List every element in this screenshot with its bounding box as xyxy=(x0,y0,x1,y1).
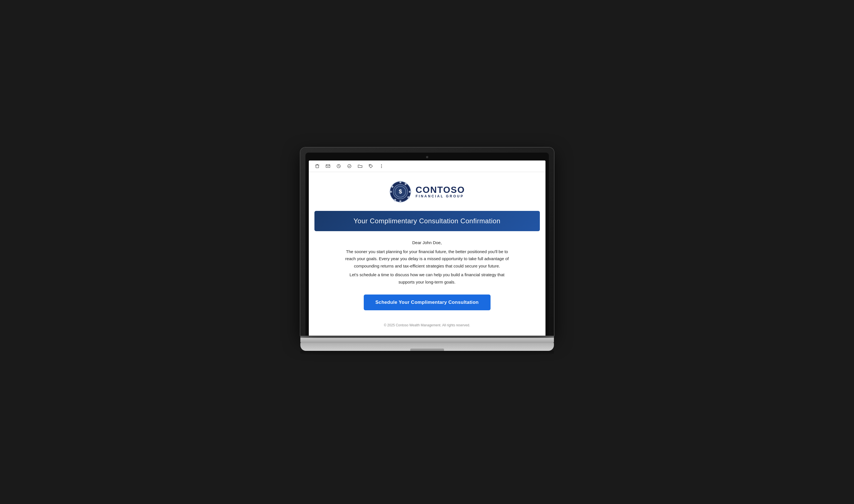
check-circle-icon[interactable] xyxy=(347,163,352,169)
email-toolbar xyxy=(309,161,545,172)
company-tagline: FINANCIAL GROUP xyxy=(416,194,464,198)
tag-icon[interactable] xyxy=(368,163,373,169)
laptop-shadow xyxy=(300,351,554,357)
svg-rect-14 xyxy=(400,200,401,202)
svg-rect-15 xyxy=(389,191,391,193)
laptop-bottom-notch xyxy=(410,348,444,351)
laptop-bottom xyxy=(300,343,554,351)
email-body: $ CONTOSO FINANCIAL GROUP Your Complimen… xyxy=(309,172,545,336)
company-name: CONTOSO xyxy=(416,185,465,194)
laptop-container: $ CONTOSO FINANCIAL GROUP Your Complimen… xyxy=(300,147,554,357)
more-icon[interactable] xyxy=(379,163,384,169)
laptop-screen-outer: $ CONTOSO FINANCIAL GROUP Your Complimen… xyxy=(300,147,554,336)
svg-rect-0 xyxy=(316,165,319,168)
clock-icon[interactable] xyxy=(336,163,342,169)
email-footer: © 2025 Contoso Wealth Management. All ri… xyxy=(314,323,540,327)
logo-text-area: CONTOSO FINANCIAL GROUP xyxy=(416,185,465,198)
logo-gear-icon: $ xyxy=(389,180,412,203)
camera-dot xyxy=(426,156,428,158)
svg-rect-16 xyxy=(409,191,411,193)
header-banner-text: Your Complimentary Consultation Confirma… xyxy=(354,217,500,225)
header-banner: Your Complimentary Consultation Confirma… xyxy=(314,211,540,231)
mail-icon[interactable] xyxy=(325,163,331,169)
logo-area: $ CONTOSO FINANCIAL GROUP xyxy=(314,180,540,203)
laptop-base xyxy=(300,338,554,343)
svg-rect-13 xyxy=(400,181,401,183)
svg-point-8 xyxy=(370,165,370,165)
body-paragraph1: The sooner you start planning for your f… xyxy=(343,248,512,270)
greeting: Dear John Doe, xyxy=(343,239,512,246)
svg-text:$: $ xyxy=(399,188,402,195)
footer-text: © 2025 Contoso Wealth Management. All ri… xyxy=(384,323,470,327)
laptop-screen: $ CONTOSO FINANCIAL GROUP Your Complimen… xyxy=(309,161,545,336)
schedule-consultation-button[interactable]: Schedule Your Complimentary Consultation xyxy=(364,294,490,310)
trash-icon[interactable] xyxy=(314,163,320,169)
folder-icon[interactable] xyxy=(357,163,363,169)
email-copy: Dear John Doe, The sooner you start plan… xyxy=(343,239,512,286)
svg-point-10 xyxy=(381,166,382,167)
laptop-screen-bezel: $ CONTOSO FINANCIAL GROUP Your Complimen… xyxy=(306,152,549,336)
body-paragraph2: Let's schedule a time to discuss how we … xyxy=(343,271,512,286)
svg-point-11 xyxy=(381,167,382,168)
svg-point-9 xyxy=(381,164,382,165)
laptop-hinge xyxy=(300,336,554,338)
